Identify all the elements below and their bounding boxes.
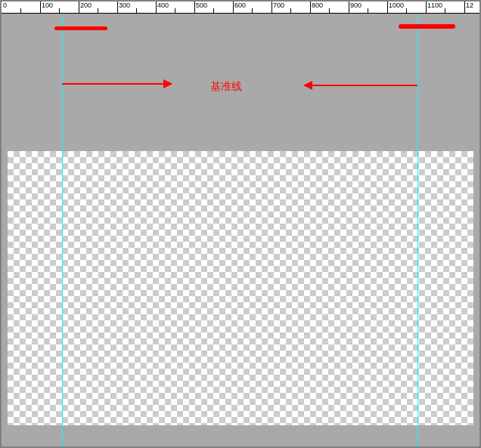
ruler-tick-label: 900 <box>350 2 362 9</box>
ruler-tick-label: 700 <box>273 2 284 9</box>
ruler-tick-major <box>464 2 465 14</box>
ruler-tick-major <box>272 2 272 14</box>
annotation-stroke-left <box>54 26 107 30</box>
ruler-tick-major <box>349 2 349 14</box>
ruler-tick-minor <box>98 8 98 14</box>
annotation-arrow-left <box>62 83 172 85</box>
annotation-stroke-right <box>399 24 455 29</box>
ruler-tick-label: 500 <box>196 2 207 9</box>
ruler-tick-minor <box>329 8 330 14</box>
ruler-tick-major <box>233 2 234 14</box>
ruler-tick-label: 100 <box>42 2 53 9</box>
ruler-tick-major <box>426 2 427 14</box>
ruler-tick-label: 200 <box>80 2 92 9</box>
horizontal-ruler[interactable]: 0 100 200 300 400 500 600 700 800 900 10… <box>2 2 479 14</box>
ruler-tick-label: 800 <box>312 2 323 9</box>
ruler-tick-minor <box>175 8 175 14</box>
ruler-tick-major <box>79 2 79 14</box>
ruler-tick-major <box>40 2 41 14</box>
ruler-tick-minor <box>136 8 137 14</box>
ruler-tick-major <box>156 2 157 14</box>
ruler-tick-minor <box>213 8 214 14</box>
guide-line-left[interactable] <box>62 14 63 446</box>
annotation-arrow-right <box>304 85 417 86</box>
annotation-label: 基准线 <box>210 80 242 94</box>
ruler-tick-major <box>387 2 388 14</box>
ruler-tick-major <box>310 2 311 14</box>
transparent-canvas-layer[interactable] <box>8 151 473 425</box>
ruler-tick-minor <box>59 8 60 14</box>
ruler-tick-minor <box>290 8 291 14</box>
ruler-tick-label: 300 <box>119 2 130 9</box>
guide-line-right[interactable] <box>417 14 418 446</box>
ruler-tick-label: 400 <box>157 2 169 9</box>
ruler-tick-label: 12 <box>466 2 473 9</box>
ruler-tick-minor <box>252 8 253 14</box>
ruler-tick-label: 0 <box>3 2 7 9</box>
ruler-tick-label: 600 <box>234 2 246 9</box>
ruler-tick-major <box>194 2 195 14</box>
ruler-tick-minor <box>445 8 445 14</box>
ruler-tick-label: 1000 <box>389 2 404 9</box>
canvas-area[interactable]: 0 100 200 300 400 500 600 700 800 900 10… <box>0 0 481 448</box>
ruler-tick-label: 1100 <box>427 2 442 9</box>
ruler-tick-minor <box>406 8 407 14</box>
ruler-tick-major <box>117 2 118 14</box>
ruler-tick-minor <box>368 8 368 14</box>
ruler-tick-minor <box>20 8 21 14</box>
